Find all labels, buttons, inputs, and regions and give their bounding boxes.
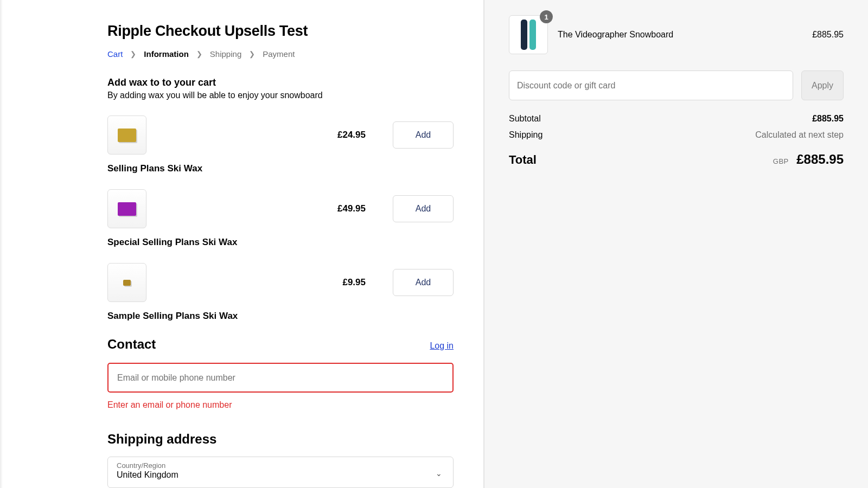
country-value: United Kingdom	[117, 470, 444, 480]
page-title: Ripple Checkout Upsells Test	[107, 23, 454, 40]
breadcrumb-cart[interactable]: Cart	[107, 49, 123, 59]
contact-heading: Contact	[107, 337, 156, 352]
add-button[interactable]: Add	[393, 121, 454, 149]
cart-thumb: 1	[509, 15, 548, 54]
upsell-price: £24.95	[311, 130, 366, 140]
add-button[interactable]: Add	[393, 195, 454, 222]
shipping-heading: Shipping address	[107, 432, 454, 447]
chevron-right-icon: ❯	[196, 50, 202, 58]
breadcrumb-payment: Payment	[263, 49, 295, 59]
upsell-subheading: By adding wax you will be able to enjoy …	[107, 91, 454, 100]
subtotal-label: Subtotal	[509, 114, 541, 124]
subtotal-value: £885.95	[812, 114, 844, 124]
country-label: Country/Region	[117, 461, 444, 470]
order-summary: 1 The Videographer Snowboard £885.95 App…	[484, 0, 868, 488]
snowboard-icon	[521, 20, 527, 50]
login-link[interactable]: Log in	[430, 341, 454, 351]
snowboard-icon	[529, 20, 536, 50]
shipping-label: Shipping	[509, 130, 542, 140]
total-amount: £885.95	[796, 152, 844, 166]
chevron-right-icon: ❯	[249, 50, 255, 58]
breadcrumb-shipping: Shipping	[210, 49, 241, 59]
chevron-right-icon: ❯	[130, 50, 136, 58]
upsell-section: Add wax to to your cart By adding wax yo…	[107, 77, 454, 322]
discount-input[interactable]	[509, 70, 793, 100]
wax-icon	[118, 202, 136, 216]
upsell-price: £49.95	[311, 203, 366, 214]
total-currency: GBP	[773, 157, 789, 165]
upsell-product-name: Sample Selling Plans Ski Wax	[107, 311, 454, 322]
upsell-item: £24.95 Add Selling Plans Ski Wax	[107, 115, 454, 174]
country-select[interactable]: Country/Region United Kingdom ⌄	[107, 457, 454, 488]
upsell-product-name: Selling Plans Ski Wax	[107, 163, 454, 174]
wax-icon	[118, 129, 136, 142]
breadcrumb: Cart ❯ Information ❯ Shipping ❯ Payment	[107, 49, 454, 59]
total-label: Total	[509, 153, 537, 167]
cart-product-name: The Videographer Snowboard	[558, 30, 673, 40]
add-button[interactable]: Add	[393, 269, 454, 296]
cart-line-item: 1 The Videographer Snowboard £885.95	[509, 15, 844, 54]
upsell-item: £9.95 Add Sample Selling Plans Ski Wax	[107, 263, 454, 322]
cart-product-price: £885.95	[812, 30, 844, 40]
upsell-product-name: Special Selling Plans Ski Wax	[107, 237, 454, 248]
product-thumb	[107, 115, 146, 155]
breadcrumb-information: Information	[144, 49, 189, 59]
shipping-value: Calculated at next step	[755, 130, 844, 140]
upsell-price: £9.95	[311, 277, 366, 288]
wax-icon	[123, 280, 131, 286]
upsell-item: £49.95 Add Special Selling Plans Ski Wax	[107, 189, 454, 248]
product-thumb	[107, 263, 146, 302]
chevron-down-icon: ⌄	[436, 469, 442, 478]
email-error: Enter an email or phone number	[107, 400, 454, 410]
apply-button[interactable]: Apply	[801, 70, 844, 100]
upsell-heading: Add wax to to your cart	[107, 77, 454, 88]
quantity-badge: 1	[540, 10, 553, 23]
email-field[interactable]	[107, 363, 454, 393]
product-thumb	[107, 189, 146, 228]
